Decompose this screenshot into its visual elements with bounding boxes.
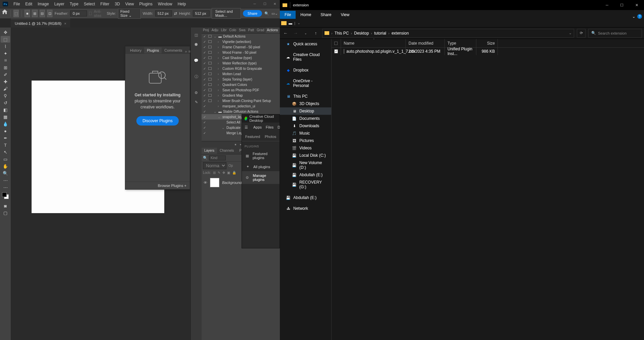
action-row[interactable]: ✓ › Save as Photoshop PDF xyxy=(202,87,280,93)
layer-thumbnail[interactable] xyxy=(210,178,219,187)
panel-icon[interactable]: ⚙ xyxy=(192,89,200,97)
action-check[interactable]: ✓ xyxy=(202,110,207,113)
back-icon[interactable]: ← xyxy=(282,31,289,36)
action-check[interactable]: ✓ xyxy=(202,35,207,38)
expand-icon[interactable]: › xyxy=(218,56,222,60)
action-check[interactable]: ✓ xyxy=(202,72,207,76)
expand-icon[interactable]: › xyxy=(218,40,222,44)
menu-type[interactable]: Type xyxy=(67,2,81,6)
action-row[interactable]: ✓ › Quadrant Colors xyxy=(202,82,280,87)
heal-tool-icon[interactable]: ✚ xyxy=(1,78,10,85)
menu-3d[interactable]: 3D xyxy=(112,2,122,6)
swap-icon[interactable]: ⇄ xyxy=(174,11,177,16)
dropdown-icon[interactable]: ⌄ xyxy=(569,31,572,35)
menu-layer[interactable]: Layer xyxy=(51,2,67,6)
sidebar-pc-item[interactable]: 🎵Music xyxy=(280,130,331,137)
tab-gra[interactable]: Grad xyxy=(255,28,265,33)
expand-icon[interactable]: ⌄ xyxy=(218,115,222,119)
action-check[interactable]: ✓ xyxy=(202,104,207,108)
document-tab[interactable]: Untitled-1 @ 16.7% (RGB/8) × xyxy=(11,19,70,28)
sidebar-pc-item[interactable]: 💾New Volume (D:) xyxy=(280,159,331,171)
ribbon-view[interactable]: View xyxy=(336,11,354,19)
new-selection-icon[interactable]: ■ xyxy=(25,10,30,17)
menu-plugins[interactable]: Plugins xyxy=(137,2,155,6)
action-row[interactable]: ✓ › marquee_selection_ui xyxy=(202,103,280,109)
minimize-icon[interactable]: ─ xyxy=(600,0,614,10)
feather-input[interactable] xyxy=(70,10,87,16)
screenmode-icon[interactable]: ▢ xyxy=(1,209,10,216)
expand-icon[interactable]: ⌄ xyxy=(214,35,218,38)
minimize-icon[interactable]: ─ xyxy=(250,0,260,7)
sidebar-pc-item[interactable]: 💾RECOVERY (G:) xyxy=(280,179,331,191)
folder-icon[interactable] xyxy=(281,21,287,25)
action-dialog[interactable] xyxy=(208,56,212,60)
breadcrumb[interactable]: tutorial xyxy=(374,31,386,36)
action-row[interactable]: ✓ ⌄ ▬ Default Actions xyxy=(202,34,280,39)
sidebar-pc-item[interactable]: 📦3D Objects xyxy=(280,100,331,107)
edit-toolbar-icon[interactable]: ⋯ xyxy=(1,184,10,191)
layer-name[interactable]: Background xyxy=(222,181,242,185)
discover-plugins-button[interactable]: Discover Plugins xyxy=(136,116,178,126)
sidebar-pc-item[interactable]: 🎬Videos xyxy=(280,144,331,152)
lock-icon[interactable]: ✎ xyxy=(218,171,220,175)
expand-icon[interactable]: › xyxy=(218,88,222,92)
add-selection-icon[interactable]: ⊞ xyxy=(32,10,37,17)
action-check[interactable]: ✓ xyxy=(202,78,207,81)
menu-help[interactable]: Help xyxy=(175,2,189,6)
expand-icon[interactable]: › xyxy=(218,45,222,49)
type-tool-icon[interactable]: T xyxy=(1,142,10,148)
tab-apps[interactable]: Apps xyxy=(253,125,262,129)
file-row[interactable]: ✓ auto.photoshop.sd.plugin.v_1_1_7.ccx 2… xyxy=(332,48,644,55)
foreground-color[interactable] xyxy=(2,192,7,197)
menu-icon[interactable]: ≡ xyxy=(188,49,190,53)
col-type[interactable]: Type xyxy=(445,39,476,47)
tab-layers[interactable]: Layers xyxy=(202,148,217,154)
menu-file[interactable]: File xyxy=(11,2,23,6)
tab-comments[interactable]: Comments xyxy=(162,47,185,53)
menu-edit[interactable]: Edit xyxy=(23,2,35,6)
action-row[interactable]: ✓ › Cast Shadow (type) xyxy=(202,55,280,60)
home-icon[interactable] xyxy=(2,9,8,17)
gradient-tool-icon[interactable]: ▦ xyxy=(1,113,10,120)
frame-tool-icon[interactable]: ⊞ xyxy=(1,64,10,71)
action-dialog[interactable] xyxy=(208,45,212,49)
col-size[interactable]: Size xyxy=(476,39,498,47)
sub-selection-icon[interactable]: ⊟ xyxy=(40,10,45,17)
hamburger-icon[interactable]: ☰ xyxy=(245,125,248,130)
expand-icon[interactable]: › xyxy=(218,78,222,81)
col-date[interactable]: Date modified xyxy=(406,39,445,47)
action-check[interactable]: ✓ xyxy=(202,83,207,87)
refresh-icon[interactable]: ⟳ xyxy=(577,29,586,38)
share-button[interactable]: Share xyxy=(243,10,262,17)
sidebar-quick-access[interactable]: ★Quick access xyxy=(280,40,331,48)
sidebar-pc-item[interactable]: 💾Abdullah (E:) xyxy=(280,171,331,179)
close-icon[interactable]: ✕ xyxy=(629,0,644,10)
search-icon[interactable]: 🔍 xyxy=(264,10,269,17)
expand-icon[interactable]: › xyxy=(218,104,222,108)
sidebar-ccf[interactable]: ☁Creative Cloud Files xyxy=(280,51,331,63)
dropdown-icon[interactable]: ⌄ xyxy=(297,21,300,25)
action-row[interactable]: ✓ › Molten Lead xyxy=(202,71,280,77)
tab-history[interactable]: History xyxy=(127,47,144,53)
link-featured-plugins[interactable]: ▦Featured plugins xyxy=(242,149,280,162)
action-dialog[interactable] xyxy=(208,72,212,76)
crop-tool-icon[interactable]: ⌗ xyxy=(1,57,10,64)
action-check[interactable]: ✓ xyxy=(202,126,207,130)
tab-col[interactable]: Colo xyxy=(228,28,238,33)
search-input[interactable]: 🔍 Search extension xyxy=(588,29,642,38)
eraser-tool-icon[interactable]: ◧ xyxy=(1,106,10,113)
panel-icon[interactable]: ⬢ xyxy=(192,40,200,48)
shape-tool-icon[interactable]: ▭ xyxy=(1,156,10,162)
close-icon[interactable]: ✕ xyxy=(270,0,280,7)
action-row[interactable]: ✓ › Mixer Brush Cloning Paint Setup xyxy=(202,98,280,103)
action-check[interactable]: ✓ xyxy=(202,51,207,54)
intersect-selection-icon[interactable]: ⊡ xyxy=(47,10,52,17)
sidebar-dropbox[interactable]: ◆Dropbox xyxy=(280,66,331,74)
visibility-icon[interactable]: 👁 xyxy=(204,181,207,185)
expand-icon[interactable]: › xyxy=(218,94,222,97)
expand-icon[interactable]: › xyxy=(218,67,222,70)
expand-icon[interactable]: › xyxy=(218,72,222,76)
file-checkbox[interactable]: ✓ xyxy=(334,49,338,53)
sidebar-network[interactable]: 🖧Network xyxy=(280,205,331,212)
sidebar-onedrive[interactable]: ☁OneDrive - Personal xyxy=(280,77,331,89)
